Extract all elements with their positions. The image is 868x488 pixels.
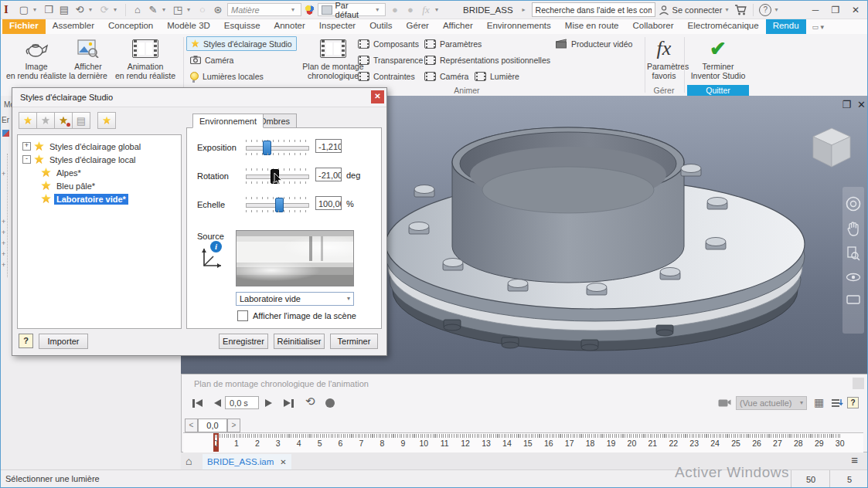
- open-file-icon[interactable]: ❒: [43, 4, 55, 16]
- material-dropdown-icon[interactable]: ▾: [291, 6, 298, 13]
- ribbon-tab-afficher[interactable]: Afficher: [436, 19, 480, 34]
- axis-info-icon[interactable]: i: [199, 246, 223, 272]
- info-icon[interactable]: i: [210, 241, 222, 252]
- go-to-start-button[interactable]: [192, 398, 203, 408]
- cart-icon[interactable]: [734, 5, 747, 15]
- home-icon[interactable]: ⌂: [131, 4, 144, 16]
- tree-expand-icon[interactable]: +: [2, 218, 5, 225]
- slider-track[interactable]: [246, 175, 309, 179]
- local-lights-button[interactable]: Lumières locales: [190, 69, 264, 83]
- doc-restore-icon[interactable]: ❐: [842, 99, 851, 110]
- qat-overflow-icon[interactable]: ▾: [435, 6, 441, 13]
- current-time-field[interactable]: 0,0 s: [225, 396, 259, 409]
- lighting-styles-button[interactable]: Styles d'éclairage Studio: [186, 36, 297, 51]
- help-search-input[interactable]: [532, 2, 655, 17]
- show-last-render-button[interactable]: Afficher la dernière: [69, 36, 107, 83]
- ribbon-tab-electrom-canique[interactable]: Electromécanique: [681, 19, 766, 34]
- timeline-help-icon[interactable]: ?: [847, 397, 859, 408]
- zoom-icon[interactable]: [846, 246, 860, 261]
- save-lighting-style-button[interactable]: ▤: [72, 112, 90, 129]
- go-to-end-button[interactable]: [284, 398, 294, 408]
- time-spinner-right-button[interactable]: >: [227, 419, 240, 432]
- pan-hand-icon[interactable]: [846, 221, 860, 236]
- navigation-wheel-icon[interactable]: [846, 196, 861, 212]
- expand-actions-editor-icon[interactable]: [831, 398, 843, 408]
- time-spinner-left-button[interactable]: <: [185, 419, 198, 432]
- positional-representations-button[interactable]: Représentations positionnelles: [424, 53, 550, 67]
- doc-close-icon[interactable]: ✕: [857, 99, 866, 110]
- ribbon-tab-mod-le-3d[interactable]: Modèle 3D: [160, 19, 217, 34]
- finish-inventor-studio-button[interactable]: ✔ Terminer Inventor Studio: [687, 36, 749, 83]
- restore-button[interactable]: ❐: [827, 5, 844, 15]
- look-at-icon[interactable]: [846, 293, 861, 306]
- delete-lighting-style-button[interactable]: [54, 112, 73, 129]
- render-animation-button[interactable]: Animation en rendu réaliste: [111, 36, 180, 83]
- tab-environnement[interactable]: Environnement: [192, 114, 264, 128]
- time-spinner-value[interactable]: 0,0: [198, 419, 227, 432]
- ribbon-tab-esquisse[interactable]: Esquisse: [217, 19, 267, 34]
- video-producer-button[interactable]: Producteur vidéo: [556, 36, 632, 51]
- ribbon-tab-assembler[interactable]: Assembler: [46, 19, 101, 34]
- ribbon-tab-annoter[interactable]: Annoter: [267, 19, 312, 34]
- ribbon-tab-rendu[interactable]: Rendu: [766, 19, 806, 34]
- animate-components-button[interactable]: Composants: [358, 36, 419, 51]
- help-dropdown-icon[interactable]: ▾: [774, 6, 781, 13]
- close-button[interactable]: ✕: [847, 5, 864, 15]
- export-icon[interactable]: ◳: [172, 4, 184, 16]
- dialog-help-button[interactable]: ?: [19, 334, 33, 348]
- undo-dropdown-icon[interactable]: ▾: [89, 6, 95, 13]
- timeline-playhead[interactable]: [213, 433, 219, 452]
- tree-expander-icon[interactable]: -: [22, 155, 31, 164]
- tree-expand-icon[interactable]: +: [2, 229, 5, 236]
- ribbon-tab-outils[interactable]: Outils: [363, 19, 399, 34]
- animate-transparency-button[interactable]: Transparence: [358, 53, 423, 67]
- sign-in-dropdown-icon[interactable]: ▾: [725, 6, 731, 13]
- appearance-dropdown-icon[interactable]: ▾: [376, 6, 382, 13]
- play-button[interactable]: [265, 398, 272, 408]
- render-gallery-icon[interactable]: ⊛: [212, 4, 224, 16]
- favorite-parameters-button[interactable]: fx Paramètres favoris: [647, 36, 681, 83]
- title-submenu-icon[interactable]: ▸: [523, 6, 529, 13]
- orbit-icon[interactable]: [846, 270, 861, 284]
- tree-expand-icon[interactable]: +: [2, 261, 5, 269]
- appearance-combobox[interactable]: Par défaut ▾: [318, 3, 386, 16]
- tree-item[interactable]: +Styles d'éclairage global: [18, 140, 181, 153]
- environment-source-dropdown[interactable]: Laboratoire vide ▾: [236, 292, 354, 306]
- import-button[interactable]: Importer: [39, 334, 88, 349]
- sketch-icon[interactable]: ✎: [147, 4, 159, 16]
- ribbon-collapse-control[interactable]: ▭ ▾: [806, 19, 831, 34]
- animate-parameters-button[interactable]: Paramètres: [424, 36, 482, 51]
- animate-light-button[interactable]: Lumière: [475, 69, 519, 83]
- step-back-button[interactable]: [214, 398, 221, 408]
- sketch-dropdown-icon[interactable]: ▾: [162, 6, 168, 13]
- reset-button[interactable]: Réinitialiser: [274, 334, 325, 349]
- tree-expand-icon[interactable]: +: [2, 170, 5, 178]
- record-button[interactable]: [325, 398, 335, 408]
- home-tab-icon[interactable]: ⌂: [186, 455, 192, 467]
- new-file-icon[interactable]: ▢: [18, 4, 30, 16]
- ribbon-tab-mise-en-route[interactable]: Mise en route: [558, 19, 626, 34]
- slider-track[interactable]: [246, 146, 309, 151]
- ribbon-tab-fichier[interactable]: Fichier: [2, 19, 46, 34]
- ribbon-tab-environnements[interactable]: Environnements: [480, 19, 558, 34]
- slider-value-field[interactable]: -1,210: [315, 139, 342, 153]
- slider-value-field[interactable]: 100,00: [315, 196, 342, 210]
- scene-props-icon[interactable]: ▦: [814, 396, 824, 408]
- tree-item[interactable]: Laboratoire vide*: [18, 192, 181, 205]
- animate-camera-button[interactable]: Caméra: [424, 69, 468, 83]
- slider-track[interactable]: [246, 203, 309, 208]
- slider-value-field[interactable]: -21,00: [315, 168, 342, 181]
- show-scene-image-checkbox[interactable]: [237, 310, 248, 321]
- undo-icon[interactable]: ⟲: [73, 4, 86, 16]
- tree-expander-icon[interactable]: +: [22, 142, 31, 151]
- finish-button[interactable]: Terminer: [330, 334, 378, 349]
- ribbon-tab-inspecter[interactable]: Inspecter: [312, 19, 363, 34]
- ribbon-tab-collaborer[interactable]: Collaborer: [626, 19, 681, 34]
- tree-item[interactable]: Alpes*: [18, 166, 181, 179]
- tab-close-icon[interactable]: ✕: [280, 458, 286, 466]
- color-wheel-icon[interactable]: [305, 5, 315, 15]
- ribbon-tab-conception[interactable]: Conception: [101, 19, 160, 34]
- timeline-ruler[interactable]: 0123456789101112131415161718192021222324…: [183, 432, 863, 452]
- export-dropdown-icon[interactable]: ▾: [187, 6, 193, 13]
- new-lighting-style-button[interactable]: [19, 112, 37, 129]
